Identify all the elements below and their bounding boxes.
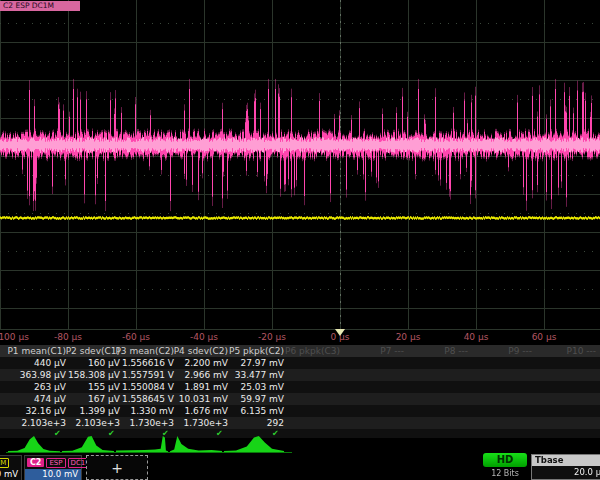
measure-value-r5-p3: 1.730e+3 bbox=[112, 417, 174, 429]
time-axis-label-7: 40 µs bbox=[464, 332, 489, 342]
measure-header-p9[interactable]: P9 --- bbox=[470, 345, 532, 357]
measure-header-p10[interactable]: P10 --- bbox=[534, 345, 596, 357]
measurement-table: P1 mean(C1)P2 sdev(C1)P3 mean(C2)P4 sdev… bbox=[0, 345, 600, 433]
histicon-row bbox=[0, 433, 600, 454]
measure-value-r3-p5: 59.97 mV bbox=[222, 393, 284, 405]
measure-value-r5-p5: 292 bbox=[222, 417, 284, 429]
timebase-title: Tbase bbox=[532, 455, 600, 466]
time-axis-label-1: -80 µs bbox=[54, 332, 82, 342]
time-axis-label-4: -20 µs bbox=[258, 332, 286, 342]
measure-header-p3[interactable]: P3 mean(C2) bbox=[112, 345, 174, 357]
time-axis-label-3: -40 µs bbox=[190, 332, 218, 342]
channel-c2-descriptor[interactable]: C2 ESP DC1M 10.0 mV bbox=[24, 455, 82, 480]
trigger-position-marker[interactable] bbox=[335, 329, 345, 336]
time-axis-label-8: 60 µs bbox=[532, 332, 557, 342]
measure-value-r4-p5: 6.135 mV bbox=[222, 405, 284, 417]
measure-header-p5[interactable]: P5 pkpk(C2) bbox=[222, 345, 284, 357]
measure-value-r1-p3: 1.557591 V bbox=[112, 369, 174, 381]
measure-row-3: 474 µV167 µV1.558645 V10.031 mV59.97 mV bbox=[0, 393, 600, 405]
measure-value-r3-p3: 1.558645 V bbox=[112, 393, 174, 405]
measure-value-r3-p2: 167 µV bbox=[58, 393, 120, 405]
measure-value-r1-p5: 33.477 mV bbox=[222, 369, 284, 381]
time-axis-label-6: 20 µs bbox=[396, 332, 421, 342]
measure-value-r2-p1: 263 µV bbox=[4, 381, 66, 393]
add-trace-button[interactable]: + bbox=[86, 455, 148, 480]
measure-value-r4-p4: 1.676 mV bbox=[166, 405, 228, 417]
oscilloscope-screen: C2 ESP DC1M -100 µs-80 µs-60 µs-40 µs-20… bbox=[0, 0, 600, 480]
measure-value-r3-p4: 10.031 mV bbox=[166, 393, 228, 405]
trace-annotation-badge[interactable]: C2 ESP DC1M bbox=[0, 1, 80, 11]
c2-tag: C2 bbox=[27, 458, 44, 467]
measure-value-r2-p4: 1.891 mV bbox=[166, 381, 228, 393]
measure-value-r4-p2: 1.399 µV bbox=[58, 405, 120, 417]
measure-value-r0-p5: 27.97 mV bbox=[222, 357, 284, 369]
channel-c1-descriptor[interactable]: C1 DC1M 10.0 mV bbox=[0, 455, 22, 480]
measure-value-r0-p3: 1.556616 V bbox=[112, 357, 174, 369]
histicon-p3[interactable] bbox=[116, 435, 168, 453]
c2-esp-badge[interactable]: ESP bbox=[46, 458, 65, 468]
measure-row-5: 2.103e+32.103e+31.730e+31.730e+3292 bbox=[0, 417, 600, 429]
histicon-p1[interactable] bbox=[8, 435, 60, 453]
time-axis-label-0: -100 µs bbox=[0, 332, 29, 342]
measure-value-r3-p1: 474 µV bbox=[4, 393, 66, 405]
c1-scale-value[interactable]: 10.0 mV bbox=[0, 469, 21, 480]
time-axis-label-2: -60 µs bbox=[122, 332, 150, 342]
measure-value-r1-p4: 2.966 mV bbox=[166, 369, 228, 381]
measure-header-row: P1 mean(C1)P2 sdev(C1)P3 mean(C2)P4 sdev… bbox=[0, 345, 600, 357]
measure-header-p1[interactable]: P1 mean(C1) bbox=[4, 345, 66, 357]
measure-header-p8[interactable]: P8 --- bbox=[406, 345, 468, 357]
time-axis: -100 µs-80 µs-60 µs-40 µs-20 µs0 µs20 µs… bbox=[0, 330, 600, 345]
measure-header-p4[interactable]: P4 sdev(C2) bbox=[166, 345, 228, 357]
measure-value-r5-p4: 1.730e+3 bbox=[166, 417, 228, 429]
histicon-p5[interactable] bbox=[224, 435, 284, 453]
measure-value-r4-p3: 1.330 mV bbox=[112, 405, 174, 417]
measure-value-r2-p5: 25.03 mV bbox=[222, 381, 284, 393]
measure-header-p6[interactable]: P6 pkpk(C3) bbox=[278, 345, 340, 357]
c1-coupling-badge[interactable]: DC1M bbox=[0, 458, 9, 468]
measure-row-1: 363.98 µV158.308 µV1.557591 V2.966 mV33.… bbox=[0, 369, 600, 381]
hd-bits-label: 12 Bits bbox=[483, 469, 527, 478]
measure-value-r2-p2: 155 µV bbox=[58, 381, 120, 393]
c2-scale-value[interactable]: 10.0 mV bbox=[25, 469, 81, 480]
measure-header-p7[interactable]: P7 --- bbox=[342, 345, 404, 357]
measure-value-r0-p4: 2.200 mV bbox=[166, 357, 228, 369]
waveform-display bbox=[0, 0, 600, 330]
measure-row-0: 440 µV160 µV1.556616 V2.200 mV27.97 mV bbox=[0, 357, 600, 369]
measure-value-r4-p1: 32.16 µV bbox=[4, 405, 66, 417]
measure-value-r2-p3: 1.550084 V bbox=[112, 381, 174, 393]
measure-row-4: 32.16 µV1.399 µV1.330 mV1.676 mV6.135 mV bbox=[0, 405, 600, 417]
measure-value-r0-p1: 440 µV bbox=[4, 357, 66, 369]
measure-row-2: 263 µV155 µV1.550084 V1.891 mV25.03 mV bbox=[0, 381, 600, 393]
measure-value-r1-p1: 363.98 µV bbox=[4, 369, 66, 381]
measure-value-r0-p2: 160 µV bbox=[58, 357, 120, 369]
histicon-p2[interactable] bbox=[62, 435, 114, 453]
measure-header-p2[interactable]: P2 sdev(C1) bbox=[58, 345, 120, 357]
graticule-area: C2 ESP DC1M bbox=[0, 0, 600, 330]
timebase-value: 20.0 µs/div bbox=[532, 466, 600, 478]
hd-mode-badge: HD bbox=[483, 453, 527, 467]
measure-value-r5-p1: 2.103e+3 bbox=[4, 417, 66, 429]
measure-value-r5-p2: 2.103e+3 bbox=[58, 417, 120, 429]
measure-value-r1-p2: 158.308 µV bbox=[58, 369, 120, 381]
timebase-descriptor[interactable]: Tbase 20.0 µs/div bbox=[531, 454, 600, 480]
histicon-p4[interactable] bbox=[170, 435, 222, 453]
